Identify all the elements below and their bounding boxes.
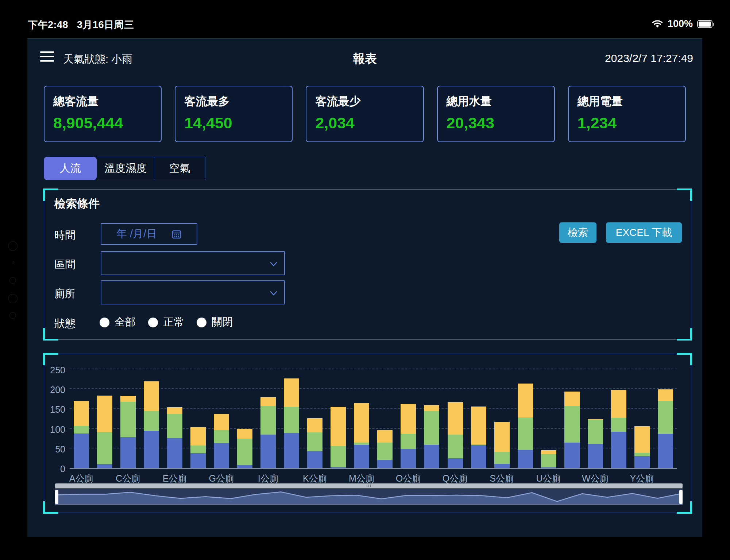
radio-dot — [148, 318, 158, 327]
bar-stack-A公廁[interactable] — [74, 401, 89, 468]
bar-segment — [448, 402, 463, 435]
stat-card-total-visitors: 總客流量 8,905,444 — [44, 86, 162, 142]
bar-segment — [471, 407, 486, 444]
x-axis-tick-label: Y公廁 — [630, 472, 654, 485]
stat-cards-row: 總客流量 8,905,444 客流最多 14,450 客流最少 2,034 總用… — [44, 86, 686, 142]
bar-segment — [331, 467, 346, 468]
bar-segment — [564, 443, 580, 468]
bar-stack-Q公廁[interactable] — [448, 402, 463, 468]
tab-temperature-humidity[interactable]: 溫度濕度 — [97, 157, 154, 180]
app-screen: 天氣狀態: 小雨 報表 2023/2/7 17:27:49 總客流量 8,905… — [27, 38, 702, 537]
y-axis-tick-label: 50 — [44, 444, 65, 455]
chevron-down-icon — [269, 288, 278, 298]
bar-segment — [260, 397, 276, 406]
radio-dot — [100, 318, 109, 327]
bar-segment — [401, 449, 416, 468]
corner-bracket — [677, 353, 692, 365]
x-axis-tick-label: W公廁 — [582, 472, 609, 485]
bar-stack-H公廁[interactable] — [237, 429, 252, 468]
header-datetime: 2023/2/7 17:27:49 — [605, 52, 693, 65]
bar-segment — [214, 430, 229, 443]
bar-segment — [237, 429, 252, 439]
bar-segment — [354, 403, 369, 442]
bar-segment — [448, 458, 463, 468]
tab-people-flow[interactable]: 人流 — [44, 157, 97, 180]
bar-segment — [144, 411, 159, 431]
bar-stack-D公廁[interactable] — [144, 381, 159, 468]
y-axis-tick-label: 100 — [44, 424, 65, 435]
bar-segment — [564, 406, 580, 443]
bar-segment — [494, 464, 510, 468]
region-select[interactable] — [101, 251, 285, 275]
bar-stack-K公廁[interactable] — [307, 418, 322, 468]
stat-card-value: 8,905,444 — [53, 114, 152, 132]
date-placeholder: 年 /月/日 — [116, 227, 157, 241]
stat-card-water-usage: 總用水量 20,343 — [437, 86, 555, 142]
bezel-camera-dot — [8, 241, 18, 251]
bar-segment — [97, 432, 112, 464]
bar-slot: S公廁 — [490, 370, 514, 468]
bar-segment — [658, 434, 673, 468]
radio-normal[interactable]: 正常 — [148, 315, 184, 330]
bar-stack-V公廁[interactable] — [564, 392, 580, 468]
bar-segment — [541, 454, 556, 467]
bar-stack-N公廁[interactable] — [377, 430, 393, 468]
bar-stack-L公廁[interactable] — [331, 407, 346, 468]
status-radio-group: 全部 正常 關閉 — [100, 315, 233, 330]
bar-stack-B公廁[interactable] — [97, 396, 112, 468]
bezel-camera-dot — [9, 277, 16, 284]
bar-segment — [448, 435, 463, 458]
radio-all[interactable]: 全部 — [100, 315, 136, 330]
bar-stack-Z公廁[interactable] — [658, 389, 673, 468]
bar-slot: M公廁 — [350, 370, 373, 468]
datazoom-slider[interactable] — [55, 489, 683, 505]
bar-stack-G公廁[interactable] — [214, 414, 229, 468]
y-axis-tick-label: 250 — [44, 365, 65, 376]
x-axis-tick-label: K公廁 — [303, 472, 327, 485]
datazoom-grip-icon — [367, 485, 371, 487]
bar-segment — [120, 402, 136, 438]
bar-stack-S公廁[interactable] — [494, 422, 510, 468]
bar-stack-P公廁[interactable] — [424, 405, 439, 468]
bar-stack-F公廁[interactable] — [190, 427, 206, 468]
bar-segment — [144, 381, 159, 411]
calendar-icon[interactable] — [171, 229, 182, 239]
radio-label: 全部 — [115, 315, 136, 330]
x-axis-tick-label: A公廁 — [69, 472, 94, 485]
bar-slot — [560, 370, 584, 468]
bar-stack-O公廁[interactable] — [401, 404, 416, 468]
bar-stack-M公廁[interactable] — [354, 403, 369, 468]
bar-slot: A公廁 — [70, 370, 93, 468]
bar-stack-W公廁[interactable] — [588, 419, 603, 468]
bezel-camera-dot — [9, 312, 16, 319]
bar-stack-R公廁[interactable] — [471, 407, 486, 468]
bar-slot: Y公廁 — [630, 370, 654, 468]
excel-download-button[interactable]: EXCEL 下載 — [606, 222, 682, 243]
tab-air[interactable]: 空氣 — [154, 157, 205, 180]
bar-segment — [167, 407, 182, 414]
bar-segment — [424, 411, 439, 445]
search-button[interactable]: 檢索 — [559, 222, 596, 243]
x-axis-tick-label: E公廁 — [163, 472, 187, 485]
bar-stack-E公廁[interactable] — [167, 407, 182, 468]
toilet-select[interactable] — [101, 280, 285, 304]
x-axis-tick-label: C公廁 — [116, 472, 140, 485]
bar-stack-C公廁[interactable] — [120, 396, 136, 468]
toilet-label: 廁所 — [54, 287, 76, 301]
bar-stack-Y公廁[interactable] — [634, 426, 650, 468]
bar-segment — [190, 453, 206, 468]
bar-stack-I公廁[interactable] — [260, 397, 276, 468]
bar-slot — [514, 370, 537, 468]
page-title: 報表 — [27, 51, 702, 67]
bar-stack-X公廁[interactable] — [611, 390, 626, 468]
bar-stack-U公廁[interactable] — [541, 450, 556, 468]
bar-slot — [327, 370, 350, 468]
bar-stack-T公廁[interactable] — [518, 384, 533, 468]
bar-segment — [658, 389, 673, 401]
bar-segment — [74, 426, 89, 433]
time-label: 時間 — [54, 228, 76, 243]
bar-stack-J公廁[interactable] — [284, 378, 299, 468]
bar-slot: E公廁 — [163, 370, 186, 468]
radio-closed[interactable]: 關閉 — [197, 315, 233, 330]
date-input[interactable]: 年 /月/日 — [101, 223, 197, 245]
